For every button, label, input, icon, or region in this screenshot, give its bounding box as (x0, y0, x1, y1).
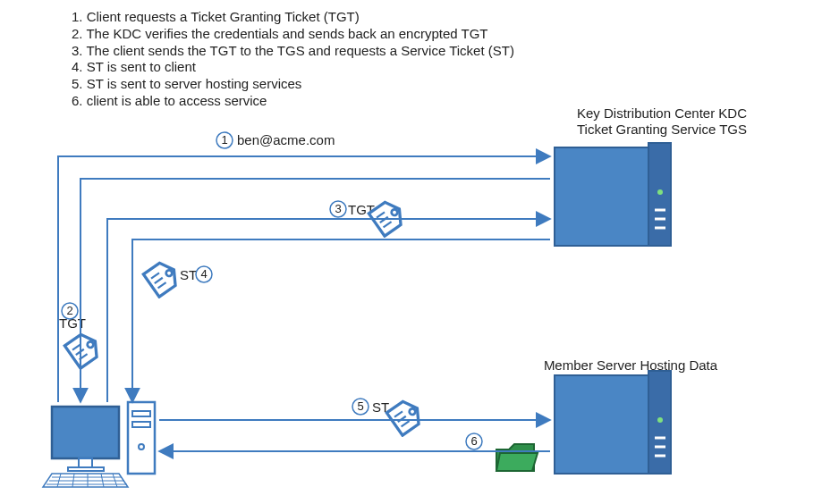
marker-2: 2 (62, 303, 78, 319)
marker-1: 1 (216, 132, 233, 148)
svg-rect-6 (555, 375, 653, 474)
svg-rect-18 (68, 467, 104, 471)
svg-point-11 (657, 417, 663, 423)
svg-text:5: 5 (357, 399, 363, 413)
svg-text:4: 4 (200, 267, 207, 281)
ticket-icon-tgt-2 (64, 330, 103, 368)
ticket-icon-st-5 (386, 397, 425, 435)
svg-text:3: 3 (335, 202, 341, 215)
svg-text:1: 1 (221, 133, 227, 147)
marker-5: 5 (352, 399, 369, 415)
svg-point-5 (657, 189, 663, 195)
svg-rect-16 (52, 407, 119, 458)
svg-rect-17 (79, 458, 92, 467)
arrow-4 (132, 239, 550, 402)
member-server-icon (555, 371, 671, 474)
svg-text:6: 6 (470, 434, 477, 448)
diagram-canvas: 1 2 3 4 5 6 (0, 0, 822, 504)
marker-6: 6 (466, 433, 482, 449)
client-computer-icon (43, 402, 155, 487)
svg-text:2: 2 (66, 304, 72, 317)
marker-3: 3 (330, 201, 346, 217)
arrow-2 (81, 179, 550, 402)
marker-4: 4 (196, 266, 212, 282)
kdc-server-icon (555, 143, 671, 246)
ticket-icon-tgt-3 (369, 197, 407, 236)
ticket-icon-st-4 (143, 258, 182, 297)
folder-icon (496, 444, 538, 471)
svg-rect-0 (555, 147, 653, 246)
arrow-3 (107, 219, 550, 402)
